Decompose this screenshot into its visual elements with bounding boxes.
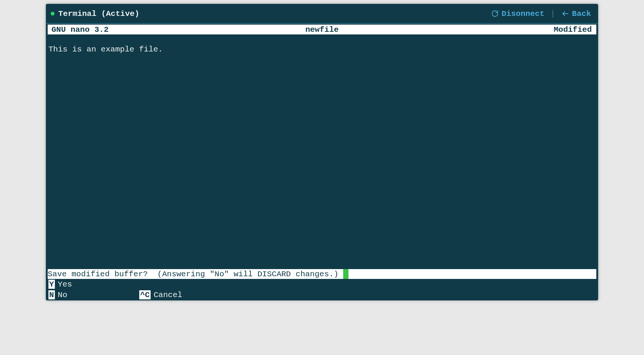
window-title: Terminal (Active) <box>58 9 139 18</box>
shortcut-cancel[interactable]: ^C Cancel <box>139 290 215 299</box>
nano-title-inner: GNU nano 3.2 newfile Modified <box>48 25 596 34</box>
prompt-fill <box>348 269 596 279</box>
label-cancel: Cancel <box>154 291 182 299</box>
header-right: Disonnect | Back <box>491 9 591 18</box>
shortcut-yes[interactable]: Y Yes <box>48 280 124 289</box>
nano-version: GNU nano 3.2 <box>51 25 109 34</box>
arrow-left-icon <box>562 10 569 17</box>
editor-content[interactable]: This is an example file. <box>46 34 598 269</box>
save-prompt-text: Save modified buffer? (Answering "No" wi… <box>48 269 343 279</box>
nano-title-bar: GNU nano 3.2 newfile Modified <box>46 24 598 34</box>
shortcut-row-1: Y Yes <box>46 279 598 290</box>
nano-filename: newfile <box>305 25 339 34</box>
disconnect-button[interactable]: Disonnect <box>491 9 544 18</box>
disconnect-label: Disonnect <box>502 9 544 18</box>
shortcut-row-2: N No ^C Cancel <box>46 290 598 300</box>
label-yes: Yes <box>58 280 72 289</box>
back-button[interactable]: Back <box>562 9 591 18</box>
key-ctrl-c: ^C <box>139 290 151 299</box>
nano-modified-status: Modified <box>554 25 592 34</box>
cursor-icon <box>343 269 348 279</box>
key-n: N <box>48 290 55 299</box>
status-dot-icon <box>51 12 54 16</box>
header-left: Terminal (Active) <box>51 9 139 18</box>
shortcut-no[interactable]: N No <box>48 290 124 299</box>
refresh-icon <box>491 10 499 17</box>
header-divider: | <box>551 9 555 18</box>
save-prompt-line: Save modified buffer? (Answering "No" wi… <box>46 269 598 279</box>
key-y: Y <box>48 280 55 289</box>
terminal-window: Terminal (Active) Disonnect | Back <box>46 4 598 301</box>
window-header: Terminal (Active) Disonnect | Back <box>46 4 598 24</box>
label-no: No <box>58 291 67 299</box>
back-label: Back <box>572 9 591 18</box>
